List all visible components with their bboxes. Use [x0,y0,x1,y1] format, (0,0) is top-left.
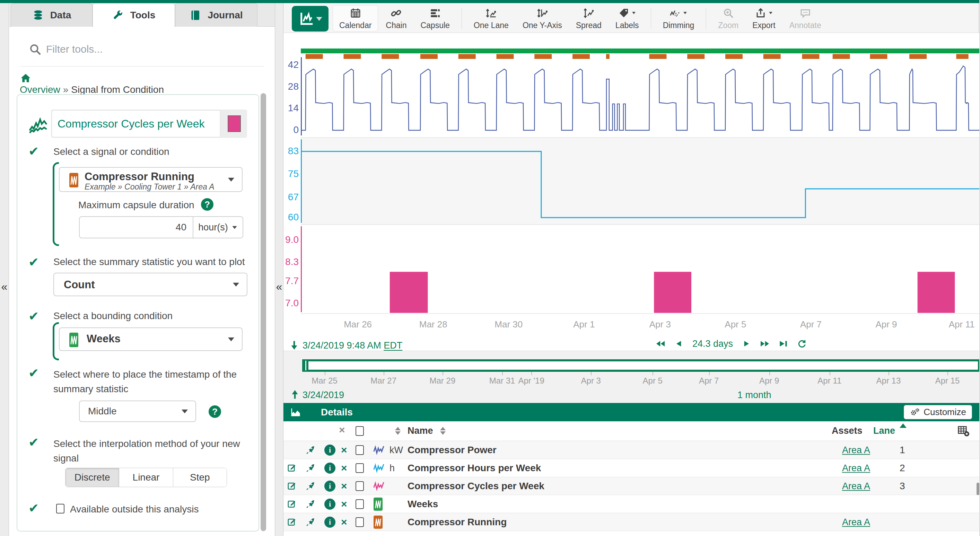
display-mode-button[interactable] [292,6,329,32]
investigate-range-start[interactable]: 3/24/2019 [302,390,344,401]
tab-data[interactable]: Data [11,3,92,27]
trend-icon [299,11,315,27]
edit-icon[interactable] [287,499,298,509]
chevron-down-icon [232,226,237,229]
info-icon[interactable]: i [325,517,336,528]
remove-icon[interactable]: × [341,480,347,492]
step-back-icon[interactable] [674,338,685,349]
asset-link[interactable]: Area A [842,445,870,455]
available-outside-checkbox[interactable] [56,504,64,514]
row-checkbox[interactable] [356,517,364,527]
rocket-icon[interactable] [305,499,315,509]
row-checkbox[interactable] [356,463,364,473]
info-icon[interactable]: i [325,480,336,491]
remove-icon[interactable]: × [341,444,347,456]
timezone-link[interactable]: EDT [383,340,402,351]
collapse-left-icon[interactable]: « [0,280,9,293]
table-row[interactable]: i×hCompressor Hours per WeekArea A2 [283,459,980,477]
customize-button[interactable]: Customize [904,405,972,419]
color-swatch[interactable] [228,115,241,132]
column-lane[interactable]: Lane [873,425,895,436]
help-icon[interactable]: ? [208,406,221,418]
timeline-range-bar[interactable] [302,359,980,372]
add-column-icon[interactable] [957,425,970,437]
toolbar-calendar-button[interactable]: Calendar [332,5,378,32]
sort-icon[interactable] [440,427,445,435]
info-icon[interactable]: i [325,463,336,474]
remove-icon[interactable]: × [341,462,347,474]
tab-label: Journal [208,10,243,21]
filter-tools-search[interactable]: Filter tools... [20,40,264,60]
tab-journal[interactable]: Journal [175,3,258,27]
edit-icon[interactable] [287,463,298,473]
max-capsule-unit-select[interactable]: hour(s) [193,217,243,238]
toolbar-export-button[interactable]: Export [746,5,781,32]
chain-icon [390,7,402,19]
column-assets[interactable]: Assets [832,425,862,436]
investigate-range-duration[interactable]: 1 month [737,390,772,401]
step-back-fast-icon[interactable] [655,338,666,349]
tab-tools[interactable]: Tools [92,3,175,27]
statistic-select[interactable]: Count [53,273,247,296]
toolbar-capsule-button[interactable]: Capsule [414,5,456,32]
signal-select[interactable]: Compressor Running Example » Cooling Tow… [59,167,243,192]
sort-icon[interactable] [395,427,401,435]
display-range-start[interactable]: 3/24/2019 9:48 AM EDT [302,340,402,351]
search-icon [29,43,42,56]
toolbar-one-lane-button[interactable]: One Lane [468,5,515,32]
step-forward-icon[interactable] [741,338,752,349]
interpolation-option-linear[interactable]: Linear [119,468,173,487]
max-capsule-value-input[interactable]: 40 [80,217,193,238]
interpolation-option-discrete[interactable]: Discrete [65,468,119,487]
toolbar-labels-button[interactable]: Labels [609,5,645,32]
info-icon[interactable]: i [325,499,336,510]
row-checkbox[interactable] [356,445,364,455]
row-checkbox[interactable] [356,499,364,509]
table-row[interactable]: i×Compressor RunningArea A [283,513,980,531]
rocket-icon[interactable] [305,445,315,455]
cycles-per-week-bar [390,272,428,313]
row-checkbox[interactable] [356,481,364,491]
column-name[interactable]: Name [407,425,433,436]
rocket-icon[interactable] [305,517,315,527]
breadcrumb-overview-link[interactable]: Overview [20,84,60,95]
table-row[interactable]: i×Weeks [283,495,980,513]
display-range-duration[interactable]: 24.3 days [692,339,733,349]
asset-link[interactable]: Area A [842,480,870,491]
one-y-axis-icon [536,7,548,19]
edit-icon[interactable] [287,517,298,527]
trend-chart[interactable]: 4228140837567609.08.37.77.0Mar 26Mar 28M… [283,33,980,337]
go-to-end-icon[interactable] [778,338,789,349]
asset-link[interactable]: Area A [842,517,870,527]
step4-label: Select where to place the timestamp of t… [53,367,247,396]
asset-link[interactable]: Area A [842,463,870,473]
home-icon[interactable] [20,72,32,84]
info-icon[interactable]: i [325,445,336,456]
result-name-input[interactable]: Compressor Cycles per Week [52,110,220,137]
toolbar-one-y-axis-button[interactable]: One Y-Axis [516,5,568,32]
table-row[interactable]: i×kWCompressor PowerArea A1 [283,441,980,459]
step-forward-fast-icon[interactable] [759,338,770,349]
remove-icon[interactable]: × [341,498,347,510]
timestamp-select[interactable]: Middle [79,401,196,422]
bounding-select[interactable]: Weeks [59,328,243,351]
interpolation-option-step[interactable]: Step [173,468,227,487]
remove-all-icon[interactable]: × [339,424,345,436]
dimming-icon [669,7,681,19]
refresh-icon[interactable] [797,339,807,349]
toolbar-dimming-button[interactable]: Dimming [657,5,701,32]
details-scrollbar[interactable] [977,483,979,495]
timeline-left-handle[interactable] [304,359,309,372]
timeline-tick-label: Apr 11 [809,376,850,386]
toolbar-spread-button[interactable]: Spread [570,5,608,32]
panel-scrollbar[interactable] [261,93,266,531]
toolbar-separator [461,8,462,29]
rocket-icon[interactable] [305,481,315,491]
help-icon[interactable]: ? [201,198,213,211]
edit-icon[interactable] [287,481,298,491]
table-row[interactable]: i×Compressor Cycles per WeekArea A3 [283,477,980,495]
rocket-icon[interactable] [305,463,315,473]
select-all-checkbox[interactable] [356,426,364,436]
remove-icon[interactable]: × [341,516,347,528]
toolbar-chain-button[interactable]: Chain [379,5,413,32]
